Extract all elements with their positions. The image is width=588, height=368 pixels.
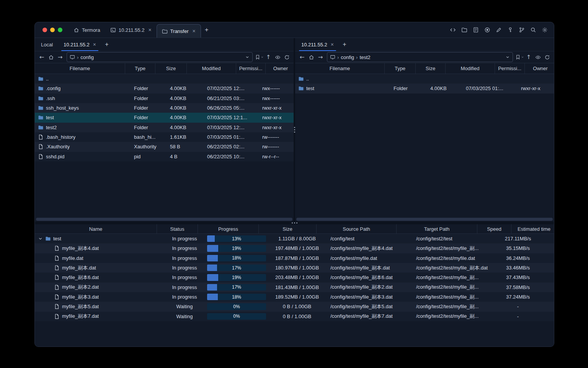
left-panel-tab-10-211-55-2[interactable]: 10.211.55.2× — [58, 38, 101, 51]
settings-button[interactable] — [540, 25, 549, 34]
column-header-progress[interactable]: Progress — [198, 224, 259, 233]
close-tab-icon[interactable]: × — [93, 42, 96, 47]
transfer-row[interactable]: myfile_副本7.datWaiting0%0 B / 1.00GB/conf… — [35, 312, 554, 321]
zoom-window-button[interactable] — [58, 28, 62, 32]
column-header-estimated-time[interactable]: Estimated time — [511, 224, 554, 233]
folder-button[interactable] — [460, 25, 469, 34]
left-panel-show-hidden-button[interactable] — [273, 53, 282, 62]
column-header-owner[interactable]: Owner — [525, 63, 554, 74]
file-row[interactable]: .. — [295, 74, 554, 84]
transfer-row[interactable]: testIn progress13%1.11GB / 8.00GB/config… — [35, 234, 554, 243]
scrollbar-thumb[interactable] — [296, 218, 553, 221]
transfer-row[interactable]: myfile_副本.datIn progress17%180.97MB / 1.… — [35, 263, 554, 273]
file-row[interactable]: .bash_historybash_hi...1.61KB07/03/2025 … — [35, 132, 294, 142]
column-header-filename[interactable]: Filename — [35, 63, 125, 74]
code-button[interactable] — [448, 25, 457, 34]
dropdown-chevron-icon[interactable] — [245, 55, 250, 59]
column-header-size[interactable]: Size — [259, 224, 317, 233]
new-tab-button[interactable]: + — [201, 22, 212, 38]
column-header-permissi[interactable]: Permissi... — [236, 63, 266, 74]
column-header-target-path[interactable]: Target Path — [397, 224, 477, 233]
expand-chevron-icon[interactable] — [38, 236, 43, 241]
column-header-owner[interactable]: Owner — [266, 63, 294, 74]
right-panel-forward-button[interactable]: → — [316, 53, 325, 62]
right-panel-new-tab-button[interactable]: + — [339, 38, 350, 51]
column-header-filename[interactable]: Filename — [295, 63, 385, 74]
right-panel-refresh-button[interactable] — [542, 53, 552, 62]
transfer-name-cell: myfile_副本7.dat — [35, 312, 163, 321]
file-row[interactable]: sshd.pidpid4 B06/22/2025 10:...rw-r--r-- — [35, 152, 294, 161]
key-button[interactable] — [506, 25, 515, 34]
close-window-button[interactable] — [42, 28, 47, 32]
file-row[interactable]: .XauthorityXauthority58 B06/22/2025 02:.… — [35, 142, 294, 151]
path-segment[interactable]: config — [341, 54, 354, 60]
column-header-modified[interactable]: Modified — [446, 63, 495, 74]
left-panel-back-button[interactable]: ← — [37, 53, 46, 62]
file-panels: Local10.211.55.2×+←→›config↑FilenameType… — [35, 38, 554, 222]
right-panel-up-button[interactable]: ↑ — [524, 53, 533, 62]
close-tab-icon[interactable]: × — [148, 27, 151, 33]
filename-label: .config — [46, 85, 60, 91]
file-row[interactable]: .configFolder4.00KB07/02/2025 12:...rwx-… — [35, 84, 294, 93]
transfer-row[interactable]: myfile_副本3.datIn progress18%189.52MB / 1… — [35, 292, 554, 302]
transfer-name-label: myfile_副本6.dat — [62, 274, 99, 281]
right-panel-path-field[interactable]: ›config›test2 — [327, 52, 513, 62]
scrollbar-thumb[interactable] — [36, 218, 292, 221]
transfer-row[interactable]: myfile_副本2.datIn progress17%181.43MB / 1… — [35, 283, 554, 292]
left-panel-tab-local[interactable]: Local — [36, 38, 58, 51]
left-panel-path-field[interactable]: ›config — [67, 52, 253, 62]
column-header-size[interactable]: Size — [155, 63, 187, 74]
right-panel-back-button[interactable]: ← — [297, 53, 307, 62]
titlebar-tab-10-211-55-2[interactable]: 10.211.55.2× — [105, 22, 157, 38]
home-icon — [309, 54, 314, 60]
titlebar-tab-termora[interactable]: Termora — [69, 22, 105, 38]
size-cell: 4.00KB — [167, 94, 204, 103]
edit-button[interactable] — [494, 25, 503, 34]
right-panel-show-hidden-button[interactable] — [533, 53, 542, 62]
file-row[interactable]: .sshFolder4.00KB06/21/2025 03:...rwx----… — [35, 94, 294, 103]
transfer-row[interactable]: myfile.datIn progress18%187.87MB / 1.00G… — [35, 253, 554, 263]
column-header-modified[interactable]: Modified — [187, 63, 236, 74]
transfer-row[interactable]: myfile_副本4.datIn progress19%197.48MB / 1… — [35, 243, 554, 253]
file-row[interactable]: ssh_host_keysFolder4.00KB06/26/2025 05:.… — [35, 103, 294, 113]
right-panel-tab-10-211-55-2[interactable]: 10.211.55.2× — [296, 38, 339, 51]
transfer-row[interactable]: myfile_副本5.datWaiting0%0 B / 1.00GB/conf… — [35, 302, 554, 311]
column-header-permissi[interactable]: Permissi... — [495, 63, 525, 74]
record-button[interactable] — [483, 25, 492, 34]
size-cell: 4.00KB — [167, 103, 204, 113]
branch-button[interactable] — [517, 25, 526, 34]
left-panel-home-button[interactable] — [46, 53, 56, 62]
column-header-source-path[interactable]: Source Path — [317, 224, 397, 233]
column-header-type[interactable]: Type — [125, 63, 155, 74]
tab-label: Termora — [82, 27, 100, 33]
source-path-cell: /config/test — [327, 234, 413, 243]
path-segment[interactable]: test2 — [359, 54, 370, 60]
left-panel-bookmark-button[interactable] — [255, 53, 264, 62]
close-tab-icon[interactable]: × — [193, 28, 196, 34]
horizontal-splitter[interactable] — [35, 222, 554, 224]
file-row[interactable]: test2Folder4.00KB07/03/2025 12:...rwxr-x… — [35, 123, 294, 132]
column-header-size[interactable]: Size — [416, 63, 446, 74]
file-row[interactable]: testFolder4.00KB07/03/2025 01:...rwxr-xr… — [295, 84, 554, 93]
transfer-row[interactable]: myfile_副本6.datIn progress19%203.48MB / 1… — [35, 273, 554, 282]
column-header-name[interactable]: Name — [35, 224, 157, 233]
file-row[interactable]: testFolder4.00KB07/03/2025 12:1...rwxr-x… — [35, 113, 294, 122]
close-tab-icon[interactable]: × — [331, 42, 334, 47]
titlebar-tab-transfer[interactable]: Transfer× — [157, 24, 201, 38]
left-panel-new-tab-button[interactable]: + — [101, 38, 112, 51]
column-header-type[interactable]: Type — [385, 63, 416, 74]
column-header-speed[interactable]: Speed — [477, 224, 511, 233]
file-row[interactable]: .. — [35, 74, 294, 84]
right-panel-home-button[interactable] — [307, 53, 316, 62]
dropdown-chevron-icon[interactable] — [505, 55, 510, 59]
left-panel-refresh-button[interactable] — [282, 53, 291, 62]
journal-button[interactable] — [471, 25, 480, 34]
path-segment[interactable]: config — [80, 54, 94, 60]
minimize-window-button[interactable] — [50, 28, 55, 32]
left-panel-forward-button[interactable]: → — [56, 53, 65, 62]
right-panel-bookmark-button[interactable] — [515, 53, 524, 62]
status-cell: In progress — [163, 292, 206, 302]
left-panel-up-button[interactable]: ↑ — [264, 53, 273, 62]
column-header-status[interactable]: Status — [157, 224, 198, 233]
search-button[interactable] — [529, 25, 538, 34]
